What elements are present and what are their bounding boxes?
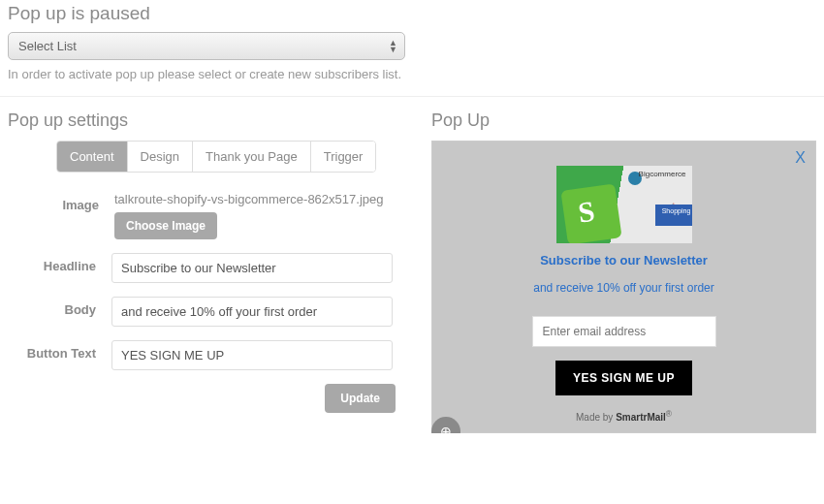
made-by-brand: SmartrMail xyxy=(616,412,666,423)
settings-title: Pop up settings xyxy=(8,110,393,131)
body-input[interactable] xyxy=(111,297,393,327)
tab-content[interactable]: Content xyxy=(57,142,128,172)
settings-column: Pop up settings Content Design Thank you… xyxy=(8,110,412,433)
popup-body: and receive 10% off your first order xyxy=(461,281,786,295)
made-by: Made by SmartrMail® xyxy=(461,409,786,423)
image-brand-shopify xyxy=(560,183,621,243)
list-select-wrap: Select List ▲▼ xyxy=(8,32,405,60)
label-button-text: Button Text xyxy=(8,340,111,361)
image-filename: talkroute-shopify-vs-bigcommerce-862x517… xyxy=(114,192,393,206)
update-button[interactable]: Update xyxy=(325,384,396,413)
tab-design[interactable]: Design xyxy=(128,142,193,172)
row-body: Body xyxy=(8,297,393,327)
signup-button[interactable]: YES SIGN ME UP xyxy=(555,361,692,395)
tab-thankyou[interactable]: Thank you Page xyxy=(193,142,311,172)
row-headline: Headline xyxy=(8,253,393,283)
popup-headline: Subscribe to our Newsletter xyxy=(461,253,786,268)
email-input[interactable] xyxy=(532,316,716,347)
paused-title: Pop up is paused xyxy=(8,3,816,24)
preview-title: Pop Up xyxy=(431,110,816,131)
row-image: Image talkroute-shopify-vs-bigcommerce-8… xyxy=(8,192,393,239)
popup-preview: X Bigcommerce 🛒 Shopping Subscribe to ou… xyxy=(431,141,816,433)
settings-tabs: Content Design Thank you Page Trigger xyxy=(56,141,376,173)
image-brand-bigcommerce: Bigcommerce xyxy=(639,170,686,178)
helper-text: In order to activate pop up please selec… xyxy=(8,66,425,84)
list-select[interactable]: Select List xyxy=(8,32,405,60)
pause-section: Pop up is paused Select List ▲▼ In order… xyxy=(0,0,824,96)
made-by-prefix: Made by xyxy=(576,412,616,423)
divider xyxy=(0,96,824,97)
row-button-text: Button Text xyxy=(8,340,393,370)
image-shopping-box: Shopping xyxy=(655,205,692,226)
tab-trigger[interactable]: Trigger xyxy=(311,142,376,172)
label-image: Image xyxy=(8,192,114,212)
zoom-icon[interactable]: ⊕ xyxy=(431,417,460,433)
label-headline: Headline xyxy=(8,253,111,273)
headline-input[interactable] xyxy=(111,253,393,283)
choose-image-button[interactable]: Choose Image xyxy=(114,212,217,239)
close-icon[interactable]: X xyxy=(795,149,806,167)
preview-column: Pop Up X Bigcommerce 🛒 Shopping Subscrib… xyxy=(412,110,816,433)
popup-image: Bigcommerce 🛒 Shopping xyxy=(556,166,692,243)
button-text-input[interactable] xyxy=(111,340,393,370)
label-body: Body xyxy=(8,297,111,317)
